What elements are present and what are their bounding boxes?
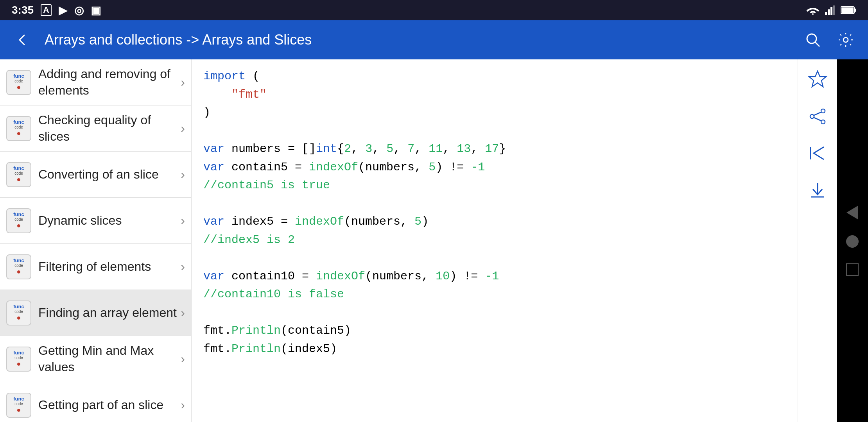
svg-rect-4	[833, 5, 835, 15]
svg-point-12	[821, 109, 825, 113]
main-content: func code ● Adding and removing of eleme…	[0, 59, 868, 422]
sidebar-item-text-getting-part-slice: Getting part of an slice	[38, 397, 178, 413]
svg-point-13	[810, 114, 814, 118]
status-icon-menu: ▣	[91, 4, 101, 17]
svg-point-0	[812, 13, 814, 15]
sidebar-item-getting-part-slice[interactable]: func code ● Getting part of an slice ›	[0, 382, 191, 422]
svg-line-9	[815, 42, 820, 46]
sidebar-item-text-filtering-elements: Filtering of elements	[38, 259, 178, 275]
svg-marker-11	[809, 71, 826, 87]
code-line-7: //contain5 is true	[203, 176, 786, 195]
svg-rect-3	[830, 7, 832, 15]
sidebar-icon-converting-slice: func code ●	[6, 162, 31, 187]
sidebar-item-text-converting-slice: Converting of an slice	[38, 166, 178, 183]
svg-point-14	[821, 120, 825, 124]
sidebar-icon-getting-part-slice: func code ●	[6, 393, 31, 418]
sidebar-icon-filtering-elements: func code ●	[6, 254, 31, 279]
recents-nav-button[interactable]	[846, 263, 859, 276]
chevron-icon-checking-equality: ›	[181, 121, 185, 136]
first-page-button[interactable]	[805, 141, 830, 166]
status-icon-a: A	[41, 4, 52, 16]
svg-point-10	[843, 38, 848, 42]
sidebar-icon-getting-min-max: func code ●	[6, 347, 31, 372]
favorite-button[interactable]	[805, 67, 830, 92]
wifi-icon	[806, 5, 820, 15]
code-line-9: var index5 = indexOf(numbers, 5)	[203, 213, 786, 231]
svg-rect-7	[854, 9, 856, 12]
right-action-bar	[798, 59, 837, 422]
share-button[interactable]	[805, 104, 830, 129]
settings-button[interactable]	[835, 29, 856, 50]
app-bar-title: Arrays and collections -> Arrays and Sli…	[45, 32, 791, 48]
app-bar: Arrays and collections -> Arrays and Sli…	[0, 20, 868, 59]
status-bar-left: 3:35 A ▶ ◎ ▣	[12, 4, 101, 17]
sidebar-item-getting-min-max[interactable]: func code ● Getting Min and Max values ›	[0, 336, 191, 382]
chevron-icon-finding-array-element: ›	[181, 306, 185, 320]
sidebar-item-dynamic-slices[interactable]: func code ● Dynamic slices ›	[0, 198, 191, 244]
status-icon-radio: ◎	[74, 4, 84, 17]
download-button[interactable]	[805, 177, 830, 202]
sidebar-item-text-finding-array-element: Finding an array element	[38, 305, 178, 321]
chevron-icon-adding-removing: ›	[181, 75, 185, 89]
code-line-6: var contain5 = indexOf(numbers, 5) != -1	[203, 158, 786, 177]
nav-bar	[837, 59, 868, 422]
sidebar-item-text-dynamic-slices: Dynamic slices	[38, 213, 178, 229]
code-line-16: fmt.Println(index5)	[203, 340, 786, 358]
code-line-4	[203, 122, 786, 140]
code-line-12: var contain10 = indexOf(numbers, 10) != …	[203, 267, 786, 286]
home-nav-button[interactable]	[846, 235, 859, 248]
svg-line-16	[814, 118, 821, 121]
code-line-15: fmt.Println(contain5)	[203, 322, 786, 340]
code-line-8	[203, 195, 786, 213]
sidebar-item-adding-removing[interactable]: func code ● Adding and removing of eleme…	[0, 59, 191, 106]
chevron-icon-getting-min-max: ›	[181, 352, 185, 366]
sidebar-item-checking-equality[interactable]: func code ● Checking equality of slices …	[0, 106, 191, 152]
code-line-2: "fmt"	[203, 86, 786, 104]
back-nav-button[interactable]	[846, 206, 858, 220]
chevron-icon-converting-slice: ›	[181, 167, 185, 182]
sidebar: func code ● Adding and removing of eleme…	[0, 59, 192, 422]
svg-rect-1	[825, 12, 827, 15]
signal-icon	[825, 5, 835, 15]
battery-icon	[841, 6, 856, 14]
status-icon-play: ▶	[59, 4, 67, 17]
svg-rect-2	[828, 9, 830, 15]
code-line-1: import (	[203, 67, 786, 86]
chevron-icon-dynamic-slices: ›	[181, 213, 185, 228]
sidebar-item-text-getting-min-max: Getting Min and Max values	[38, 343, 178, 375]
sidebar-item-text-checking-equality: Checking equality of slices	[38, 112, 178, 145]
sidebar-item-finding-array-element[interactable]: func code ● Finding an array element ›	[0, 290, 191, 336]
chevron-icon-filtering-elements: ›	[181, 259, 185, 274]
sidebar-icon-adding-removing: func code ●	[6, 70, 31, 95]
sidebar-icon-dynamic-slices: func code ●	[6, 208, 31, 233]
code-panel: import ( "fmt" ) var numbers = []int{2, …	[192, 59, 798, 422]
code-line-5: var numbers = []int{2, 3, 5, 7, 11, 13, …	[203, 140, 786, 158]
code-line-3: )	[203, 104, 786, 122]
svg-rect-6	[841, 7, 854, 13]
sidebar-icon-checking-equality: func code ●	[6, 116, 31, 141]
svg-point-8	[807, 34, 816, 43]
code-line-13: //contain10 is false	[203, 285, 786, 304]
code-line-10: //index5 is 2	[203, 231, 786, 249]
svg-line-15	[814, 112, 821, 115]
sidebar-item-converting-slice[interactable]: func code ● Converting of an slice ›	[0, 152, 191, 198]
code-line-14	[203, 304, 786, 322]
sidebar-item-filtering-elements[interactable]: func code ● Filtering of elements ›	[0, 244, 191, 290]
status-bar: 3:35 A ▶ ◎ ▣	[0, 0, 868, 20]
sidebar-item-text-adding-removing: Adding and removing of elements	[38, 66, 178, 98]
code-line-11	[203, 249, 786, 267]
search-button[interactable]	[802, 29, 823, 50]
sidebar-icon-finding-array-element: func code ●	[6, 300, 31, 325]
chevron-icon-getting-part-slice: ›	[181, 398, 185, 412]
back-button[interactable]	[12, 29, 33, 50]
status-bar-right	[806, 5, 856, 15]
status-time: 3:35	[12, 4, 34, 16]
